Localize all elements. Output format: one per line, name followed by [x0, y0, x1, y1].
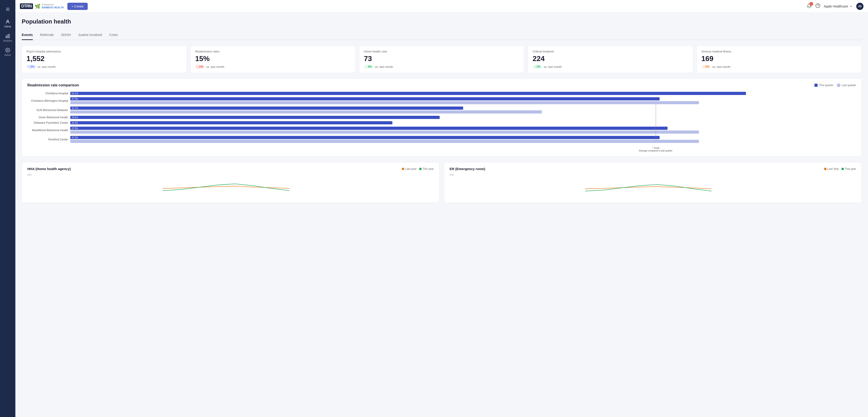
user-avatar[interactable]: JG	[856, 3, 864, 10]
trend-badge: ↓ 1%	[195, 65, 205, 69]
legend-last-year: Last Year	[824, 167, 839, 171]
legend-dot-orange	[402, 168, 404, 170]
admin-icon	[5, 48, 10, 53]
legend-last-year: Last year	[402, 167, 416, 171]
sidebar-item-label: Analytics	[3, 39, 12, 42]
sidebar: ⊞ Clients Analytics Admin	[0, 0, 16, 417]
bar-track: 47.3% ^ GoalAverage compared to last qua…	[70, 136, 856, 143]
clients-icon	[5, 19, 10, 24]
notification-button[interactable]: 7	[807, 3, 812, 9]
sidebar-item-admin[interactable]: Admin	[0, 45, 16, 59]
powered-by: 🌿 Powered by BAMBOO HEALTH	[35, 3, 64, 9]
header-right: 7 Apple Healthcare JG	[807, 3, 864, 10]
kpi-value: 224	[532, 55, 688, 63]
tab-crisis[interactable]: Crisis	[109, 31, 118, 40]
bar-track: 31.7%	[70, 107, 856, 114]
legend-dot-light	[837, 84, 840, 87]
bar-row: MeadWood Behavioral Health 47.8%	[27, 127, 856, 133]
bar-label: Delaware Psychiatric Center	[27, 121, 68, 124]
sidebar-item-analytics[interactable]: Analytics	[0, 31, 16, 45]
svg-rect-1	[6, 36, 7, 38]
help-button[interactable]	[815, 3, 820, 9]
header: DTRN 🌿 Powered by BAMBOO HEALTH + Create…	[16, 0, 868, 13]
y-axis-label: 60K	[450, 174, 856, 176]
trend-text: vs. last month	[37, 65, 56, 68]
legend-dot-dark	[814, 84, 817, 87]
bottom-charts-row: HHA (Home health agency) Last year This …	[22, 162, 862, 203]
tab-referrals[interactable]: Referrals	[40, 31, 54, 40]
legend-label: This quarter	[819, 84, 833, 87]
trend-badge: ↑ 2%	[702, 65, 711, 69]
kpi-trend: ↑ 3% vs. last month	[26, 65, 182, 69]
bar-row: Dover Behavioral Health 29.6%	[27, 116, 856, 119]
chevron-down-icon	[849, 5, 852, 8]
bar-label: Rockford Center	[27, 138, 68, 141]
chart-legend: This quarter Last quarter	[814, 84, 856, 87]
bar-row: SUN Behavioral Delaware 31.7%	[27, 107, 856, 114]
bar-label: SUN Behavioral Delaware	[27, 109, 68, 112]
bar-row: Christiana Hospital 54.1%	[27, 92, 856, 95]
powered-text: Powered by BAMBOO HEALTH	[42, 3, 64, 9]
bar-track: 54.1%	[70, 92, 856, 95]
legend-dot-green	[842, 168, 844, 170]
bar-track: 47.3%	[70, 97, 856, 104]
sidebar-item-label: Admin	[4, 54, 11, 56]
trend-badge: ↑ 3%	[26, 65, 36, 69]
legend-label: Last year	[405, 167, 416, 171]
bottom-card-header: HHA (Home health agency) Last year This …	[27, 167, 434, 171]
bar-label: Christiana Hospital	[27, 92, 68, 95]
trend-badge: ↓ 2%	[532, 65, 542, 69]
readmission-chart-card: Readmission rate comparison This quarter…	[22, 79, 862, 157]
help-icon	[815, 3, 820, 8]
tabs: Events Referrals SDOH Justice involved C…	[22, 31, 862, 40]
kpi-trend: ↓ 2% vs. last month	[532, 65, 688, 69]
er-chart-card: ER (Emergency room) Last Year This year …	[444, 162, 862, 203]
legend-this-year: This year	[419, 167, 434, 171]
kpi-label: Readmission rates	[195, 50, 350, 53]
tab-justice-involved[interactable]: Justice involved	[78, 31, 102, 40]
tab-sdoh[interactable]: SDOH	[61, 31, 71, 40]
er-line-chart	[450, 177, 856, 195]
bar-track: 47.8%	[70, 127, 856, 133]
kpi-label: Critical incidents	[532, 50, 688, 53]
bar-label: Dover Behavioral Health	[27, 116, 68, 119]
er-title: ER (Emergency room)	[450, 167, 485, 171]
org-selector[interactable]: Apple Healthcare	[824, 4, 852, 8]
sidebar-menu-icon[interactable]: ⊞	[0, 4, 16, 16]
svg-rect-3	[9, 34, 10, 38]
kpi-card-critical: Critical incidents 224 ↓ 2% vs. last mon…	[528, 46, 693, 73]
bar-row: Delaware Psychiatric Center 26.0%	[27, 121, 856, 124]
bar-chart: Christiana Hospital 54.1% Christiana Wil…	[27, 92, 856, 143]
kpi-label: Psych hospital admissions	[26, 50, 182, 53]
legend-dot-green	[419, 168, 422, 170]
legend-label: Last Year	[828, 167, 839, 171]
bottom-card-header: ER (Emergency room) Last Year This year	[450, 167, 856, 171]
kpi-card-home-health: Home health care 73 ↑ 4% vs. last month	[359, 46, 524, 73]
page-title: Population health	[22, 18, 862, 25]
bamboo-leaf-icon: 🌿	[35, 4, 40, 9]
er-legend: Last Year This year	[824, 167, 856, 171]
legend-this-year: This year	[842, 167, 856, 171]
kpi-trend: ↑ 4% vs. last month	[364, 65, 520, 69]
kpi-label: Serious medical illness	[702, 50, 857, 53]
bar-label: Christiana Wilmington Hospital	[27, 99, 68, 102]
kpi-value: 73	[364, 55, 520, 63]
hha-legend: Last year This year	[402, 167, 434, 171]
kpi-value: 15%	[195, 55, 350, 63]
create-button[interactable]: + Create	[67, 3, 88, 10]
legend-dot-orange	[824, 168, 827, 170]
svg-point-4	[7, 50, 8, 51]
hha-title: HHA (Home health agency)	[27, 167, 71, 171]
y-axis-label: 60K	[27, 174, 434, 176]
kpi-card-psych: Psych hospital admissions 1,552 ↑ 3% vs.…	[22, 46, 187, 73]
legend-last-quarter: Last quarter	[837, 84, 856, 87]
sidebar-item-clients[interactable]: Clients	[0, 16, 16, 31]
trend-text: vs. last month	[206, 65, 224, 68]
analytics-icon	[5, 33, 10, 39]
bar-label: MeadWood Behavioral Health	[27, 129, 68, 132]
chart-header: Readmission rate comparison This quarter…	[27, 83, 856, 87]
tab-events[interactable]: Events	[22, 31, 33, 40]
legend-label: Last quarter	[842, 84, 856, 87]
trend-text: vs. last month	[375, 65, 393, 68]
logo-area: DTRN 🌿 Powered by BAMBOO HEALTH	[20, 3, 64, 9]
